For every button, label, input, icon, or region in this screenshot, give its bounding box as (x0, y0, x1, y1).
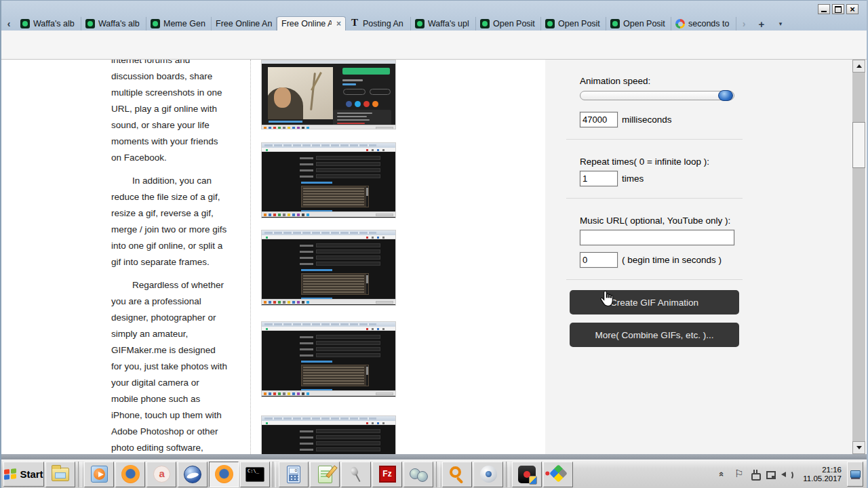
network-icon[interactable] (766, 469, 776, 479)
firefox-active-button[interactable] (209, 462, 239, 487)
power-plug-icon[interactable] (750, 469, 760, 479)
binoculars-button[interactable] (403, 462, 433, 487)
decor (262, 125, 395, 129)
decor (301, 361, 332, 363)
more-button[interactable]: More( Combine GIFs, etc. )... (570, 323, 739, 347)
list-all-tabs-button[interactable]: ▾ (772, 20, 789, 27)
tab-scroll-right-button[interactable]: › (736, 17, 751, 30)
decor (342, 68, 390, 75)
terminal-button[interactable] (240, 462, 270, 487)
decor (300, 157, 313, 159)
file-manager-icon (52, 468, 69, 481)
column-divider (250, 60, 251, 454)
decor (262, 143, 395, 148)
browser-window: × ‹ Waffa's albWaffa's albMeme GenFree O… (0, 0, 868, 488)
tab-label: Waffa's alb (33, 19, 77, 28)
magnifier-button[interactable] (442, 462, 472, 487)
decor (366, 365, 368, 386)
scroll-down-icon[interactable] (852, 441, 865, 454)
seamonkey-button[interactable] (178, 462, 208, 487)
gif-frame-thumbnail[interactable] (261, 230, 396, 306)
speed-input[interactable] (580, 112, 618, 127)
media-player-button[interactable] (84, 462, 114, 487)
decor (310, 73, 316, 110)
decor (316, 447, 380, 451)
decor (300, 169, 313, 171)
animation-speed-slider[interactable] (580, 91, 734, 100)
webcam-eye-button[interactable] (473, 462, 503, 487)
amaya-button[interactable] (146, 462, 176, 487)
article-line: sound, or share your life (111, 117, 250, 134)
decor (372, 101, 378, 107)
gif-frame-thumbnail[interactable] (261, 60, 396, 129)
create-gif-button[interactable]: Create GIF Animation (570, 290, 739, 314)
tab-scroll-left-button[interactable]: ‹ (1, 17, 16, 30)
page-scrollbar[interactable] (852, 60, 865, 454)
decor (300, 348, 313, 350)
decor (366, 186, 368, 207)
article-line: merge / join two or more gifs (111, 222, 250, 238)
decor (301, 186, 369, 207)
browser-tab[interactable]: Free Online Ani (212, 17, 277, 30)
window-bottom-edge (1, 454, 867, 460)
browser-tab[interactable]: Free Online A× (277, 16, 346, 30)
browser-tab[interactable]: Open Posit (606, 17, 671, 30)
browser-tab[interactable]: Open Posit (476, 17, 541, 30)
decor (316, 353, 380, 357)
notepadpp-button[interactable] (310, 462, 340, 487)
flag-icon[interactable] (734, 469, 745, 479)
decor (316, 168, 380, 172)
microphone-button[interactable] (341, 462, 371, 487)
firefox-button[interactable] (115, 462, 145, 487)
article-line: photo editing software, (111, 440, 250, 454)
begin-time-input[interactable] (580, 252, 618, 268)
close-button[interactable]: × (846, 4, 859, 14)
decor (264, 301, 267, 304)
browser-tab[interactable]: Waffa's alb (81, 17, 146, 30)
music-url-input[interactable] (580, 230, 734, 245)
browser-tab[interactable]: Open Posit (541, 17, 606, 30)
browser-tab[interactable]: Posting An (346, 17, 411, 30)
calculator-icon (287, 466, 300, 483)
tab-close-icon[interactable]: × (335, 19, 341, 28)
decor (316, 335, 380, 339)
scroll-up-icon[interactable] (852, 60, 865, 73)
article-text: internet forums anddiscussion boards, sh… (111, 60, 250, 454)
quick-launch-bar (45, 462, 573, 487)
taskbar-clock[interactable]: 21:16 11.05.2017 (797, 466, 842, 483)
recorder-button[interactable] (512, 462, 542, 487)
green-app-icon (415, 19, 425, 28)
filezilla-button[interactable] (372, 462, 402, 487)
browser-tab[interactable]: Waffa's upl (411, 17, 476, 30)
binoculars-icon (410, 468, 428, 481)
browser-tab[interactable]: seconds to (671, 17, 736, 30)
slider-thumb[interactable] (718, 90, 733, 101)
gif-frame-thumbnail[interactable] (261, 142, 396, 218)
decor (300, 257, 313, 259)
minimize-button[interactable] (818, 4, 830, 14)
start-button[interactable]: Start (3, 462, 44, 487)
calculator-button[interactable] (279, 462, 309, 487)
browser-tab[interactable]: Meme Gen (146, 17, 212, 30)
desktop-icon (850, 470, 861, 478)
tab-label: Open Posit (493, 19, 536, 28)
repeat-input[interactable] (580, 171, 618, 186)
decor (300, 262, 380, 266)
gif-frame-thumbnail[interactable] (261, 415, 396, 454)
collapse-chevron-icon[interactable] (719, 469, 729, 479)
article-line: Regardless of whether (111, 277, 250, 293)
article-line: simply an amateur, (111, 326, 250, 342)
volume-icon[interactable] (781, 469, 791, 479)
browser-tab[interactable]: Waffa's alb (16, 17, 81, 30)
maximize-button[interactable] (832, 4, 844, 14)
decor (301, 269, 332, 271)
file-manager-button[interactable] (45, 462, 75, 487)
decor (316, 162, 380, 166)
google-icon (675, 19, 685, 28)
begin-time-hint: ( begin time in seconds ) (622, 255, 722, 265)
gif-frame-thumbnail[interactable] (261, 321, 396, 397)
splitter-button[interactable] (543, 462, 573, 487)
scrollbar-thumb[interactable] (852, 122, 865, 168)
new-tab-button[interactable]: + (751, 18, 772, 30)
show-desktop-button[interactable] (847, 462, 863, 487)
